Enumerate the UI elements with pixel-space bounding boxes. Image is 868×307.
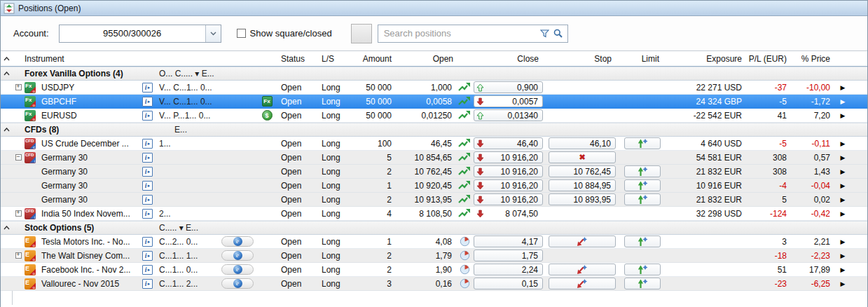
info-button[interactable]: i▸ (142, 83, 159, 93)
stop-order-box[interactable] (549, 278, 616, 289)
limit-order-box[interactable] (624, 193, 661, 205)
close-price-box[interactable]: 0,900 (474, 81, 543, 93)
position-row[interactable]: FxoEURUSDi▸V... P...1... 0...$OpenLong50… (1, 109, 867, 123)
close-price-box[interactable]: 2,24 (474, 264, 543, 275)
limit-order-box[interactable] (624, 137, 661, 149)
toolbar-blank-button[interactable] (351, 24, 372, 43)
row-detail-arrow-icon[interactable]: ▶ (841, 140, 846, 147)
show-square-closed-checkbox[interactable] (237, 29, 246, 38)
row-detail-arrow-icon[interactable]: ▶ (841, 210, 846, 217)
limit-order-box[interactable] (624, 278, 661, 289)
exercise-button-pill[interactable]: e (221, 278, 254, 289)
group-row[interactable]: CFDs (8)E... (1, 123, 867, 137)
close-price-box[interactable]: 46,40 (474, 137, 543, 149)
row-detail-arrow[interactable]: ▶ (834, 182, 851, 189)
stop-order-box[interactable]: 10 884,95 (549, 179, 616, 191)
row-detail-arrow-icon[interactable]: ▶ (841, 266, 846, 273)
limit-order-box[interactable] (624, 179, 661, 191)
row-detail-arrow-icon[interactable]: ▶ (841, 168, 846, 175)
info-icon[interactable]: i▸ (142, 139, 153, 149)
info-button[interactable]: i▸ (142, 139, 159, 149)
info-icon[interactable]: i▸ (142, 111, 153, 121)
account-select[interactable]: 95500/300026 (59, 25, 221, 43)
info-icon[interactable]: i▸ (142, 167, 153, 177)
info-icon[interactable]: i▸ (142, 83, 153, 93)
row-detail-arrow[interactable]: ▶ (834, 112, 851, 119)
position-row[interactable]: EoFacebook Inc. - Nov 2...i▸C...1... 0..… (1, 263, 867, 277)
row-expander[interactable]: + (12, 252, 25, 259)
limit-order-box[interactable] (624, 264, 661, 275)
info-button[interactable]: i▸ (142, 251, 159, 261)
info-icon[interactable]: i▸ (142, 251, 153, 261)
stop-order-box[interactable] (549, 236, 616, 247)
row-detail-arrow[interactable]: ▶ (834, 84, 851, 91)
group-collapse-caret[interactable] (1, 226, 12, 230)
column-header-exposure[interactable]: Exposure (668, 54, 746, 64)
close-price-box[interactable]: 4,17 (474, 236, 543, 247)
title-bar[interactable]: Positions (Open) (1, 1, 867, 16)
search-input[interactable] (378, 25, 540, 42)
filter-funnel-icon[interactable] (540, 29, 549, 38)
info-icon[interactable]: i▸ (142, 181, 153, 191)
column-header-collapse-all[interactable] (1, 57, 12, 61)
info-icon[interactable]: i▸ (142, 209, 153, 219)
expand-plus-icon[interactable]: + (15, 210, 22, 217)
info-icon[interactable]: i▸ (142, 153, 153, 163)
row-detail-arrow-icon[interactable]: ▶ (841, 182, 846, 189)
position-row[interactable]: +FxoUSDJPYi▸V... C...1... 0...OpenLong50… (1, 81, 867, 95)
close-price-box[interactable]: 10 916,20 (474, 165, 543, 177)
row-detail-arrow-icon[interactable]: ▶ (841, 252, 846, 259)
group-row[interactable]: Stock Options (5)C..... ▾ E... (1, 221, 867, 235)
column-header-pl[interactable]: P/L (EUR) (746, 54, 791, 64)
row-detail-arrow[interactable]: ▶ (834, 140, 851, 147)
close-price-box[interactable]: 10 916,20 (474, 193, 543, 205)
column-header-limit[interactable]: Limit (620, 54, 668, 64)
position-row[interactable]: Germany 30i▸OpenLong210 913,9510 916,201… (1, 193, 867, 207)
stop-order-box[interactable]: ✖ (549, 151, 616, 163)
column-header-amount[interactable]: Amount (348, 54, 396, 64)
info-button[interactable]: i▸ (142, 111, 159, 121)
row-detail-arrow[interactable]: ▶ (834, 252, 851, 259)
info-icon[interactable]: i▸ (142, 97, 153, 107)
info-icon[interactable]: i▸ (142, 279, 153, 289)
exercise-button-pill[interactable]: e (221, 236, 254, 247)
column-header-open[interactable]: Open (396, 54, 456, 64)
expand-plus-icon[interactable]: + (15, 252, 22, 259)
row-detail-arrow[interactable]: ▶ (834, 266, 851, 273)
stop-order-box[interactable]: 10 762,45 (549, 165, 616, 177)
group-collapse-caret[interactable] (1, 71, 12, 76)
expand-minus-icon[interactable]: − (15, 154, 22, 161)
row-detail-arrow[interactable]: ▶ (834, 154, 851, 161)
close-price-box[interactable]: 10 916,20 (474, 151, 543, 163)
info-button[interactable]: i▸ (142, 237, 159, 247)
limit-order-box[interactable] (624, 236, 661, 247)
limit-order-box[interactable] (624, 165, 661, 177)
row-detail-arrow[interactable]: ▶ (834, 98, 851, 105)
row-expander[interactable]: − (12, 154, 25, 161)
row-detail-arrow-icon[interactable]: ▶ (841, 154, 846, 161)
close-price-box[interactable]: 0,01340 (474, 109, 543, 121)
column-header-instrument[interactable]: Instrument (12, 54, 142, 64)
row-detail-arrow[interactable]: ▶ (834, 280, 851, 287)
stop-order-box[interactable]: 10 893,95 (549, 193, 616, 205)
search-icon[interactable] (553, 29, 563, 38)
info-button[interactable]: i▸ (142, 265, 159, 275)
info-icon[interactable]: i▸ (142, 195, 153, 205)
row-detail-arrow-icon[interactable]: ▶ (841, 196, 846, 203)
info-button[interactable]: i▸ (142, 195, 159, 205)
info-button[interactable]: i▸ (142, 181, 159, 191)
row-detail-arrow[interactable]: ▶ (834, 168, 851, 175)
row-detail-arrow-icon[interactable]: ▶ (841, 280, 846, 287)
position-row[interactable]: FxoGBPCHFi▸V... C...1... 0...FxOpenLong5… (1, 95, 867, 109)
exercise-button[interactable]: e (216, 250, 259, 261)
column-header-status[interactable]: Status (275, 54, 315, 64)
row-detail-arrow[interactable]: ▶ (834, 196, 851, 203)
info-button[interactable]: i▸ (142, 209, 159, 219)
close-price-box[interactable]: 0,15 (474, 278, 543, 289)
info-button[interactable]: i▸ (142, 279, 159, 289)
info-button[interactable]: i▸ (142, 97, 159, 107)
row-detail-arrow-icon[interactable]: ▶ (841, 98, 846, 105)
exercise-button[interactable]: e (216, 278, 259, 289)
column-header-pct[interactable]: % Price (791, 54, 834, 64)
exercise-button[interactable]: e (216, 236, 259, 247)
